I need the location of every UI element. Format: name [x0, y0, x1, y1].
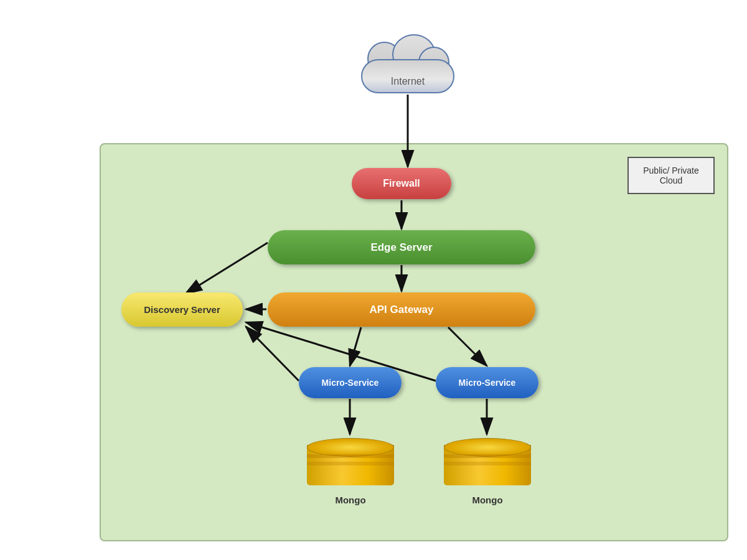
edge-server-label: Edge Server: [370, 241, 432, 254]
edge-server-node: Edge Server: [268, 230, 535, 264]
discovery-server-label: Discovery Server: [144, 304, 220, 315]
diagram-canvas: Internet Public/ Private Cloud Firewall …: [0, 0, 747, 560]
public-private-cloud-box: Public/ Private Cloud: [627, 157, 715, 194]
micro-service-1-label: Micro-Service: [322, 378, 379, 388]
micro-service-1-node: Micro-Service: [299, 367, 402, 398]
micro-service-2-label: Micro-Service: [459, 378, 516, 388]
firewall-node: Firewall: [352, 168, 451, 199]
discovery-server-node: Discovery Server: [121, 292, 243, 327]
internet-label: Internet: [355, 76, 461, 87]
micro-service-2-node: Micro-Service: [436, 367, 538, 398]
mongo-1-label: Mongo: [307, 495, 394, 505]
mongo-2-label: Mongo: [444, 495, 531, 505]
public-private-cloud-label: Public/ Private Cloud: [643, 166, 698, 185]
cloud-container: Public/ Private Cloud: [100, 143, 728, 541]
api-gateway-node: API Gateway: [268, 292, 535, 327]
mongo-2-node: Mongo: [444, 436, 531, 492]
mongo-1-node: Mongo: [307, 436, 394, 492]
internet-cloud: Internet: [355, 37, 461, 93]
firewall-label: Firewall: [383, 178, 420, 189]
api-gateway-label: API Gateway: [370, 304, 434, 316]
